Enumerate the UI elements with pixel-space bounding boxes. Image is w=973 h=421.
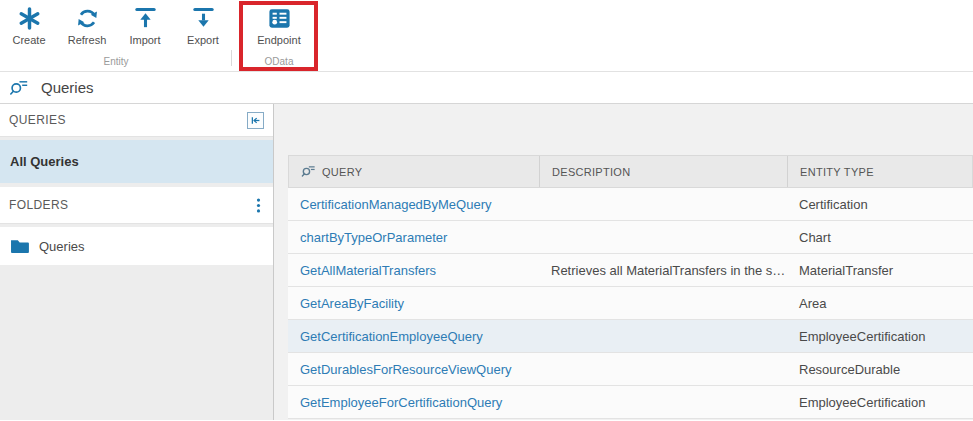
toolbar-group-odata-label: OData <box>240 56 318 71</box>
sidebar-item-all-queries-label: All Queries <box>10 154 79 169</box>
export-button[interactable]: Export <box>174 5 232 56</box>
column-header-entity-type-label: ENTITY TYPE <box>800 166 874 178</box>
toolbar-group-odata: Endpoint OData <box>240 0 318 71</box>
column-header-description[interactable]: DESCRIPTION <box>540 156 788 187</box>
description-cell: Retrieves all MaterialTransfers in the s… <box>539 263 787 278</box>
queries-table: QUERY DESCRIPTION ENTITY TYPE Certificat… <box>288 155 973 419</box>
column-header-query[interactable]: QUERY <box>289 156 540 187</box>
import-icon <box>133 5 158 32</box>
query-link[interactable]: CertificationManagedByMeQuery <box>288 197 539 212</box>
table-row[interactable]: CertificationManagedByMeQuery Certificat… <box>288 188 973 221</box>
entity-type-cell: ResourceDurable <box>787 362 973 377</box>
query-link[interactable]: GetEmployeeForCertificationQuery <box>288 395 539 410</box>
sidebar-folders-panel-header: FOLDERS <box>0 187 273 224</box>
sidebar-item-queries-folder-label: Queries <box>39 239 85 254</box>
toolbar-group-entity: Create Refresh <box>0 0 232 71</box>
folder-icon <box>10 238 29 254</box>
export-icon <box>191 5 216 32</box>
table-row[interactable]: GetAreaByFacility Area <box>288 287 973 320</box>
page-title: Queries <box>41 79 94 96</box>
table-row[interactable]: chartByTypeOrParameter Chart <box>288 221 973 254</box>
import-button[interactable]: Import <box>116 5 174 56</box>
table-row-highlighted[interactable]: GetCertificationEmployeeQuery EmployeeCe… <box>288 320 973 353</box>
sidebar-queries-header-label: QUERIES <box>9 113 66 127</box>
column-header-description-label: DESCRIPTION <box>552 166 630 178</box>
query-link[interactable]: GetCertificationEmployeeQuery <box>288 329 539 344</box>
query-link[interactable]: chartByTypeOrParameter <box>288 230 539 245</box>
entity-type-cell: Area <box>787 296 973 311</box>
query-column-magnifier-icon <box>301 164 316 179</box>
sidebar: QUERIES All Queries FOLDERS Queries <box>0 104 274 420</box>
query-link[interactable]: GetAllMaterialTransfers <box>288 263 539 278</box>
entity-type-cell: MaterialTransfer <box>787 263 973 278</box>
entity-type-cell: EmployeeCertification <box>787 329 973 344</box>
refresh-icon <box>75 5 100 32</box>
sidebar-folders-header-label: FOLDERS <box>9 198 68 212</box>
query-magnifier-icon <box>9 78 29 98</box>
collapse-sidebar-button[interactable] <box>247 112 264 129</box>
column-header-entity-type[interactable]: ENTITY TYPE <box>788 156 972 187</box>
table-header-row: QUERY DESCRIPTION ENTITY TYPE <box>288 155 973 188</box>
sidebar-item-all-queries[interactable]: All Queries <box>0 140 273 183</box>
page-title-bar: Queries <box>0 72 973 104</box>
create-button-label: Create <box>12 34 45 46</box>
entity-type-cell: Chart <box>787 230 973 245</box>
refresh-button[interactable]: Refresh <box>58 5 116 56</box>
entity-type-cell: EmployeeCertification <box>787 395 973 410</box>
export-button-label: Export <box>187 34 219 46</box>
endpoint-button-label: Endpoint <box>257 34 300 46</box>
query-link[interactable]: GetAreaByFacility <box>288 296 539 311</box>
content-area: QUERIES All Queries FOLDERS Queries <box>0 104 973 420</box>
endpoint-button[interactable]: Endpoint <box>250 5 308 56</box>
entity-type-cell: Certification <box>787 197 973 212</box>
toolbar-group-entity-label: Entity <box>0 56 232 71</box>
column-header-query-label: QUERY <box>322 166 362 178</box>
create-button[interactable]: Create <box>0 5 58 56</box>
table-row[interactable]: GetEmployeeForCertificationQuery Employe… <box>288 386 973 419</box>
refresh-button-label: Refresh <box>68 34 107 46</box>
table-row[interactable]: GetAllMaterialTransfers Retrieves all Ma… <box>288 254 973 287</box>
sidebar-item-queries-folder[interactable]: Queries <box>0 227 273 265</box>
folders-menu-button[interactable] <box>253 198 264 213</box>
endpoint-table-icon <box>267 5 292 32</box>
asterisk-icon <box>17 5 42 32</box>
sidebar-queries-panel-header: QUERIES <box>0 104 273 137</box>
import-button-label: Import <box>129 34 160 46</box>
ribbon-toolbar: Create Refresh <box>0 0 973 72</box>
main-panel: QUERY DESCRIPTION ENTITY TYPE Certificat… <box>274 104 973 420</box>
query-link[interactable]: GetDurablesForResourceViewQuery <box>288 362 539 377</box>
table-row[interactable]: GetDurablesForResourceViewQuery Resource… <box>288 353 973 386</box>
